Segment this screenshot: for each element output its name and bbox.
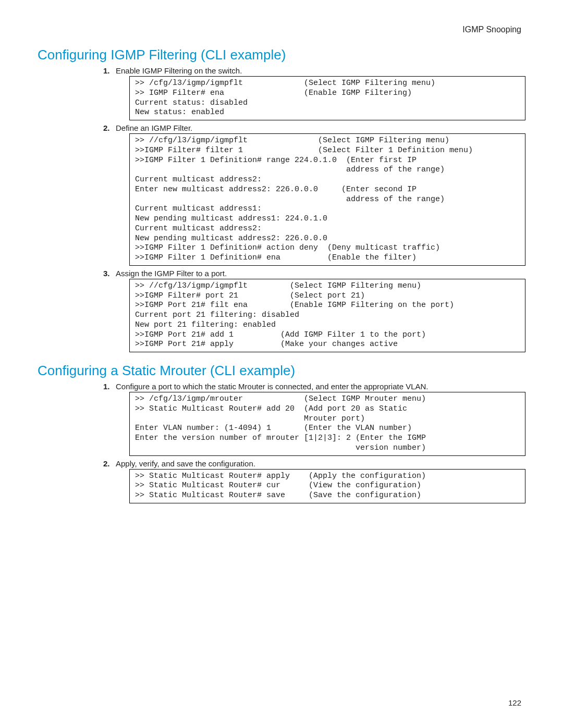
s2-step1-codebox: >> /cfg/l3/igmp/mrouter (Select IGMP Mro… xyxy=(129,392,525,456)
section2-steps: Configure a port to which the static Mro… xyxy=(38,382,525,503)
section-heading-igmp-filtering: Configuring IGMP Filtering (CLI example) xyxy=(38,47,525,63)
section1-steps: Enable IGMP Filtering on the switch. >> … xyxy=(38,66,525,352)
s2-step2-codebox: >> Static Multicast Router# apply (Apply… xyxy=(129,469,525,503)
s2-step2-text: Apply, verify, and save the configuratio… xyxy=(103,459,525,468)
chapter-label: IGMP Snooping xyxy=(38,25,525,34)
step2-text: Define an IGMP Filter. xyxy=(103,124,525,132)
step3-codebox: >> //cfg/l3/igmp/igmpflt (Select IGMP Fi… xyxy=(129,279,525,352)
step1-codebox: >> /cfg/l3/igmp/igmpflt (Select IGMP Fil… xyxy=(129,76,525,120)
step2-codebox: >> //cfg/l3/igmp/igmpflt (Select IGMP Fi… xyxy=(129,133,525,266)
s2-step1-text: Configure a port to which the static Mro… xyxy=(103,382,525,391)
step1-text: Enable IGMP Filtering on the switch. xyxy=(103,66,525,75)
section-heading-static-mrouter: Configuring a Static Mrouter (CLI exampl… xyxy=(38,363,525,379)
step3-text: Assign the IGMP Filter to a port. xyxy=(103,269,525,278)
